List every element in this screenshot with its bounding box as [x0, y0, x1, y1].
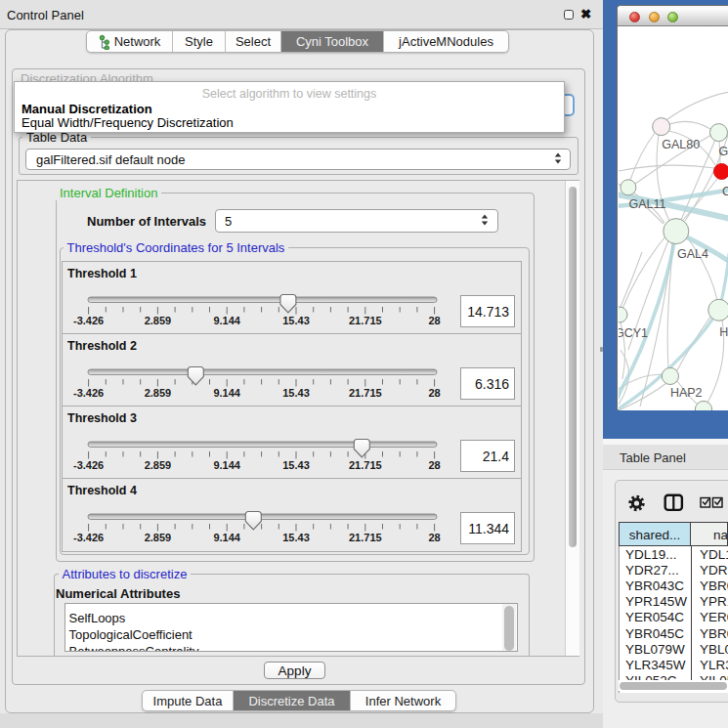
svg-text:GAL80: GAL80 [662, 138, 700, 151]
svg-text:-3.426: -3.426 [73, 532, 104, 543]
svg-text:28: 28 [428, 315, 440, 326]
svg-text:CDC1: CDC1 [722, 185, 728, 198]
svg-text:15.43: 15.43 [282, 459, 310, 471]
svg-text:-3.426: -3.426 [73, 459, 104, 471]
svg-text:15.43: 15.43 [282, 532, 310, 543]
svg-text:GAL11: GAL11 [629, 197, 666, 211]
svg-text:21.715: 21.715 [349, 315, 382, 326]
svg-text:28: 28 [428, 387, 440, 399]
svg-text:HAP: HAP [719, 325, 728, 339]
svg-text:-3.426: -3.426 [73, 387, 104, 399]
svg-text:2.859: 2.859 [145, 315, 172, 326]
svg-text:2.859: 2.859 [145, 387, 172, 399]
svg-text:-3.426: -3.426 [73, 315, 104, 326]
svg-text:21.715: 21.715 [349, 459, 382, 471]
svg-text:HAP2: HAP2 [670, 386, 703, 400]
svg-text:2.859: 2.859 [145, 459, 172, 471]
svg-text:GCY1: GCY1 [619, 326, 648, 340]
svg-text:2.859: 2.859 [145, 532, 172, 543]
svg-text:9.144: 9.144 [213, 387, 240, 399]
svg-text:15.43: 15.43 [282, 315, 310, 326]
svg-text:9.144: 9.144 [213, 532, 240, 543]
svg-text:15.43: 15.43 [282, 387, 310, 399]
svg-text:GAL4: GAL4 [677, 247, 708, 261]
svg-text:21.715: 21.715 [349, 532, 382, 543]
svg-text:21.715: 21.715 [349, 387, 382, 399]
svg-text:28: 28 [428, 532, 440, 543]
svg-text:9.144: 9.144 [213, 315, 240, 326]
svg-text:28: 28 [428, 459, 440, 471]
svg-text:9.144: 9.144 [213, 459, 240, 471]
svg-text:GAL3: GAL3 [718, 145, 728, 158]
